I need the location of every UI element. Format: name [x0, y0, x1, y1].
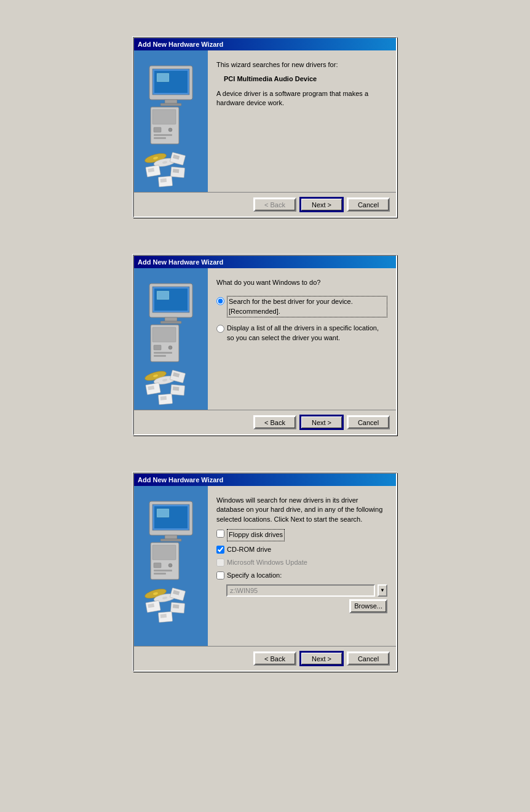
svg-rect-74 — [160, 614, 167, 618]
wizard-dialog-1: Add New Hardware Wizard — [133, 37, 397, 218]
wizard-dialog-3: Add New Hardware Wizard — [133, 472, 397, 672]
svg-rect-58 — [152, 545, 176, 560]
svg-rect-4 — [157, 74, 168, 81]
checkbox-item-winupdate: Microsoft Windows Update — [216, 558, 387, 567]
svg-rect-49 — [160, 396, 167, 400]
sidebar-3 — [134, 486, 208, 646]
svg-rect-22 — [173, 169, 179, 173]
radio-group: Search for the best driver for your devi… — [216, 296, 387, 343]
back-button-2[interactable]: < Back — [253, 415, 296, 429]
checkbox-item-location: Specify a location: — [216, 571, 387, 580]
content-3: Windows will search for new drivers in i… — [208, 486, 396, 646]
svg-rect-31 — [160, 321, 181, 324]
svg-rect-56 — [160, 539, 181, 541]
question-text: What do you want Windows to do? — [216, 278, 387, 287]
radio-search-label: Search for the best driver for your devi… — [227, 296, 387, 317]
svg-point-35 — [168, 346, 172, 349]
location-input-group: ▼ — [226, 584, 387, 597]
next-button-1[interactable]: Next > — [300, 197, 343, 212]
device-name-1: PCI Multimedia Audio Device — [224, 74, 387, 84]
floppy-checkbox[interactable] — [216, 530, 224, 538]
location-dropdown-arrow[interactable]: ▼ — [378, 584, 387, 597]
checkbox-item-floppy: Floppy disk drives — [216, 529, 387, 541]
title-3: Add New Hardware Wizard — [138, 476, 223, 484]
svg-rect-33 — [152, 327, 176, 342]
title-1: Add New Hardware Wizard — [138, 41, 223, 48]
svg-point-60 — [168, 563, 172, 567]
radio-list-label: Display a list of all the drivers in a s… — [227, 324, 387, 343]
svg-rect-72 — [173, 604, 179, 608]
svg-rect-37 — [154, 355, 166, 357]
svg-rect-36 — [154, 352, 172, 354]
titlebar-1: Add New Hardware Wizard — [134, 38, 396, 50]
svg-rect-8 — [152, 109, 176, 124]
svg-rect-62 — [154, 573, 166, 575]
radio-item-1: Search for the best driver for your devi… — [216, 296, 387, 317]
title-2: Add New Hardware Wizard — [138, 258, 223, 266]
svg-rect-29 — [157, 292, 168, 299]
wizard-dialog-2: Add New Hardware Wizard — [133, 255, 397, 436]
location-input[interactable] — [226, 584, 375, 597]
browse-button[interactable]: Browse... — [349, 599, 387, 613]
back-button-1[interactable]: < Back — [253, 197, 296, 212]
intro-text-1: This wizard searches for new drivers for… — [216, 60, 387, 70]
next-button-2[interactable]: Next > — [300, 415, 343, 429]
svg-rect-47 — [173, 386, 179, 391]
svg-rect-55 — [165, 535, 177, 539]
radio-list[interactable] — [216, 325, 224, 333]
svg-rect-61 — [154, 570, 172, 571]
svg-rect-34 — [154, 345, 161, 350]
radio-item-2: Display a list of all the drivers in a s… — [216, 324, 387, 343]
radio-search[interactable] — [216, 297, 224, 305]
winupdate-checkbox[interactable] — [216, 559, 224, 567]
location-checkbox[interactable] — [216, 571, 224, 579]
search-text: Windows will search for new drivers in i… — [216, 496, 387, 524]
svg-rect-5 — [165, 100, 177, 103]
cdrom-label: CD-ROM drive — [227, 545, 271, 554]
winupdate-label: Microsoft Windows Update — [227, 558, 307, 567]
titlebar-2: Add New Hardware Wizard — [134, 256, 396, 268]
footer-3: < Back Next > Cancel — [134, 646, 396, 671]
cancel-button-2[interactable]: Cancel — [347, 415, 390, 429]
content-2: What do you want Windows to do? Search f… — [208, 268, 396, 410]
svg-rect-30 — [165, 317, 177, 321]
desc-text-1: A device driver is a software program th… — [216, 89, 387, 108]
svg-rect-9 — [154, 127, 161, 132]
next-button-3[interactable]: Next > — [300, 651, 343, 666]
svg-rect-11 — [154, 134, 172, 136]
svg-rect-24 — [160, 178, 167, 183]
cancel-button-1[interactable]: Cancel — [347, 197, 390, 212]
floppy-label: Floppy disk drives — [227, 529, 285, 541]
location-label: Specify a location: — [227, 571, 282, 580]
svg-rect-59 — [154, 563, 161, 568]
svg-rect-54 — [157, 509, 168, 517]
checkbox-item-cdrom: CD-ROM drive — [216, 545, 387, 554]
content-1: This wizard searches for new drivers for… — [208, 50, 396, 192]
cancel-button-3[interactable]: Cancel — [347, 651, 390, 666]
svg-rect-6 — [160, 103, 181, 106]
cdrom-checkbox[interactable] — [216, 546, 224, 554]
svg-point-10 — [168, 128, 172, 132]
back-button-3[interactable]: < Back — [253, 651, 296, 666]
sidebar-1 — [134, 50, 208, 192]
svg-rect-12 — [154, 137, 166, 139]
footer-1: < Back Next > Cancel — [134, 192, 396, 217]
footer-2: < Back Next > Cancel — [134, 410, 396, 434]
titlebar-3: Add New Hardware Wizard — [134, 474, 396, 486]
checkbox-group: Floppy disk drives CD-ROM drive Microsof… — [216, 529, 387, 613]
sidebar-2 — [134, 268, 208, 410]
